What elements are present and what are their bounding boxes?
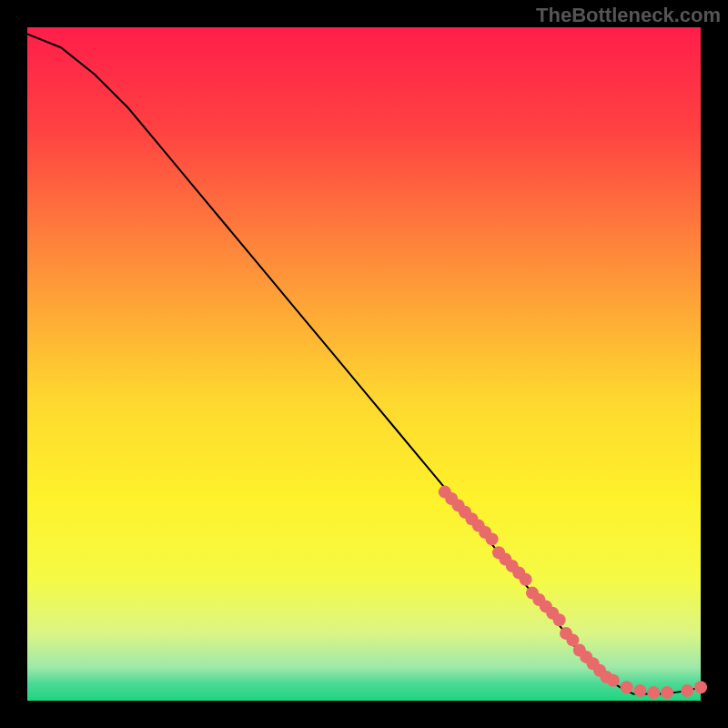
chart-container: TheBottleneck.com xyxy=(0,0,728,728)
scatter-point xyxy=(694,681,707,693)
scatter-point xyxy=(681,684,693,697)
chart-svg xyxy=(0,0,728,728)
scatter-point xyxy=(553,613,566,626)
scatter-point xyxy=(621,681,633,693)
plot-background xyxy=(27,27,701,701)
scatter-point xyxy=(647,686,660,699)
scatter-point xyxy=(633,684,646,697)
scatter-point xyxy=(486,532,499,545)
scatter-point xyxy=(661,686,673,699)
scatter-point xyxy=(520,573,532,586)
watermark-text: TheBottleneck.com xyxy=(536,4,721,27)
scatter-point xyxy=(607,674,620,687)
